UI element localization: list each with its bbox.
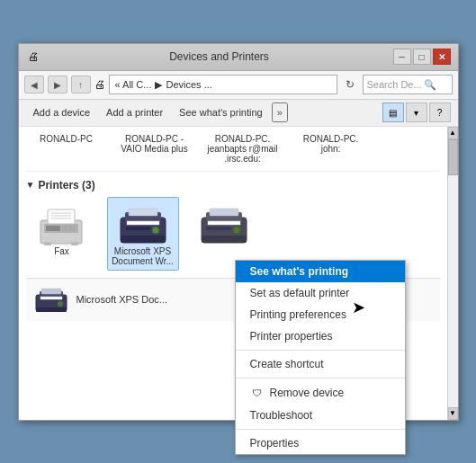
remove-device-label: Remove device [270, 387, 345, 399]
svg-rect-10 [71, 242, 78, 245]
third-printer-icon [197, 201, 251, 246]
more-options-button[interactable]: » [272, 102, 288, 122]
minimize-button[interactable]: ─ [393, 49, 411, 65]
path-icon: 🖨 [94, 78, 105, 91]
svg-point-22 [233, 227, 240, 234]
svg-rect-27 [41, 289, 61, 294]
svg-rect-16 [125, 227, 150, 230]
printer-fax[interactable]: Fax [26, 197, 98, 271]
menu-create-shortcut[interactable]: Create shortcut [236, 353, 405, 375]
printers-label: Printers (3) [38, 179, 94, 191]
create-shortcut-label: Create shortcut [250, 358, 324, 370]
device-item-2[interactable]: RONALD-PC.jeanbapts r@mail.irsc.edu: [202, 134, 283, 164]
up-button[interactable]: ↑ [71, 76, 91, 93]
menu-set-default[interactable]: Set as default printer [236, 282, 405, 304]
maximize-button[interactable]: □ [413, 49, 431, 65]
device-item-0[interactable]: RONALD-PC [26, 134, 107, 164]
svg-rect-5 [48, 209, 75, 224]
fax-name: Fax [54, 246, 69, 256]
svg-rect-17 [121, 236, 166, 243]
device-item-3[interactable]: RONALD-PC.john: [291, 134, 372, 164]
add-printer-button[interactable]: Add a printer [99, 104, 170, 120]
svg-rect-3 [62, 226, 67, 231]
svg-rect-23 [206, 227, 231, 230]
printers-section-header: ▼ Printers (3) [26, 179, 440, 191]
svg-rect-9 [44, 242, 51, 245]
shield-icon: 🛡 [250, 386, 265, 400]
menu-see-printing[interactable]: See what's printing [236, 261, 405, 282]
see-printing-button[interactable]: See what's printing [172, 104, 270, 120]
view-icons-button[interactable]: ▤ [382, 102, 404, 122]
menu-troubleshoot[interactable]: Troubleshoot [236, 405, 405, 426]
bottom-printer-name: Microsoft XPS Doc... [76, 294, 167, 305]
search-icon: 🔍 [424, 79, 436, 91]
svg-rect-21 [208, 221, 240, 225]
forward-button[interactable]: ▶ [48, 76, 67, 93]
svg-rect-20 [210, 209, 238, 216]
refresh-button[interactable]: ↻ [341, 76, 359, 93]
path-part1: « All C... [115, 79, 152, 90]
toolbar-right: ▤ ▾ ? [382, 102, 451, 122]
address-path[interactable]: « All C... ▶ Devices ... [109, 75, 337, 94]
expand-icon[interactable]: ▼ [26, 180, 35, 190]
xps-icon [116, 201, 170, 246]
scrollbar[interactable]: ▲ ▼ [447, 127, 458, 420]
scroll-up-button[interactable]: ▲ [448, 127, 458, 139]
address-bar: ◀ ▶ ↑ 🖨 « All C... ▶ Devices ... ↻ Searc… [19, 71, 458, 100]
svg-rect-24 [202, 236, 247, 243]
fax-icon [35, 201, 89, 246]
menu-separator-3 [236, 429, 405, 430]
path-separator: ▶ [155, 79, 162, 91]
menu-printer-props[interactable]: Printer properties [236, 325, 405, 347]
help-button[interactable]: ? [429, 102, 451, 122]
printer-xps[interactable]: Microsoft XPSDocument Wr... [107, 197, 179, 271]
search-box[interactable]: Search De... 🔍 [363, 75, 453, 94]
title-bar: 🖨 Devices and Printers ─ □ ✕ [19, 44, 458, 71]
svg-rect-2 [46, 226, 60, 231]
path-part2: Devices ... [166, 79, 211, 90]
main-window: 🖨 Devices and Printers ─ □ ✕ ◀ ▶ ↑ 🖨 « A… [18, 43, 459, 421]
menu-separator-2 [236, 378, 405, 378]
toolbar: Add a device Add a printer See what's pr… [19, 100, 458, 127]
window-controls: ─ □ ✕ [393, 49, 451, 65]
svg-rect-30 [36, 307, 67, 312]
xps-name: Microsoft XPSDocument Wr... [112, 246, 174, 266]
device-item-1[interactable]: RONALD-PC -VAIO Media plus [114, 134, 195, 164]
svg-rect-13 [129, 209, 157, 216]
menu-remove-device[interactable]: 🛡 Remove device [236, 381, 405, 405]
bottom-printer-icon [33, 284, 69, 316]
printing-prefs-label: Printing preferences [250, 308, 346, 321]
see-printing-label: See what's printing [250, 265, 349, 278]
back-button[interactable]: ◀ [24, 76, 44, 93]
devices-header: RONALD-PC RONALD-PC -VAIO Media plus RON… [26, 134, 440, 172]
add-device-button[interactable]: Add a device [26, 104, 98, 120]
view-dropdown-button[interactable]: ▾ [406, 102, 427, 122]
scroll-thumb[interactable] [448, 139, 458, 175]
svg-point-29 [58, 301, 63, 307]
window-icon: 🖨 [26, 49, 40, 64]
scroll-down-button[interactable]: ▼ [448, 407, 458, 420]
search-placeholder: Search De... [367, 79, 422, 90]
menu-properties[interactable]: Properties [236, 432, 405, 454]
window-title: Devices and Printers [46, 50, 393, 63]
context-menu: See what's printing Set as default print… [235, 260, 406, 455]
printer-props-label: Printer properties [250, 330, 333, 343]
properties-label: Properties [250, 437, 300, 450]
close-button[interactable]: ✕ [433, 49, 451, 65]
troubleshoot-label: Troubleshoot [250, 409, 313, 422]
scroll-track [448, 139, 458, 407]
set-default-label: Set as default printer [250, 287, 350, 299]
menu-separator-1 [236, 350, 405, 351]
svg-rect-14 [127, 221, 159, 225]
svg-rect-4 [69, 226, 75, 231]
svg-point-15 [152, 227, 159, 234]
svg-rect-28 [40, 297, 62, 299]
menu-printing-prefs[interactable]: Printing preferences [236, 304, 405, 325]
